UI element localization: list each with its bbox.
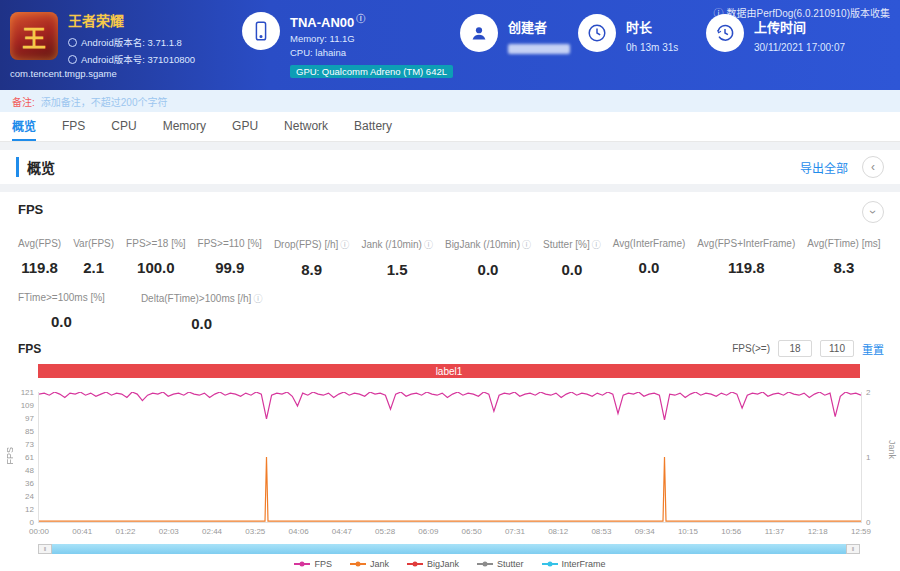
fps-line-chart[interactable] (39, 392, 861, 522)
metric-label: Avg(InterFrame) (613, 238, 686, 249)
tab-Battery[interactable]: Battery (354, 112, 392, 141)
y-tick-left: 61 (25, 453, 34, 462)
legend-label: Jank (370, 559, 389, 569)
x-tick: 09:34 (635, 527, 655, 536)
y-tick-left: 48 (25, 466, 34, 475)
chart-range-scrollbar[interactable]: ‖ ‖ (38, 544, 860, 554)
info-icon[interactable]: ⓘ (424, 240, 433, 250)
y-axis-title-jank: Jank (887, 440, 897, 459)
collapse-panel-button[interactable]: › (862, 201, 884, 223)
metric-label: Avg(FPS+InterFrame) (697, 238, 795, 249)
y-tick-right: 1 (866, 453, 870, 462)
duration-label: 时长 (626, 17, 678, 36)
y-tick-left: 85 (25, 427, 34, 436)
metric-label: Var(FPS) (73, 238, 114, 249)
metric-value: 119.8 (18, 259, 61, 276)
chart-title: FPS (18, 342, 41, 356)
y-tick-left: 36 (25, 479, 34, 488)
tab-概览[interactable]: 概览 (12, 112, 36, 141)
android-icon (68, 38, 77, 47)
metric: Delta(FTime)>100ms [/h]ⓘ0.0 (141, 292, 263, 332)
duration-section: 时长 0h 13m 31s (578, 14, 678, 53)
note-placeholder: 添加备注，不超过200个字符 (41, 94, 168, 109)
legend-label: FPS (314, 559, 332, 569)
legend-item-BigJank[interactable]: BigJank (407, 559, 459, 569)
chevron-down-icon: › (867, 210, 879, 214)
clock-icon (578, 14, 616, 52)
y-tick-left: 73 (25, 440, 34, 449)
collapse-left-button[interactable]: ‹ (862, 156, 884, 178)
x-tick: 10:56 (721, 527, 741, 536)
creator-label: 创建者 (508, 17, 570, 36)
fps-panel: FPS › Avg(FPS)119.8Var(FPS)2.1FPS>=18 [%… (0, 192, 900, 571)
x-tick: 08:12 (548, 527, 568, 536)
note-bar[interactable]: 备注: 添加备注，不超过200个字符 (0, 90, 900, 112)
metric-value: 119.8 (697, 259, 795, 276)
x-tick: 12:18 (808, 527, 828, 536)
chart-label-banner: label1 (38, 364, 860, 378)
device-section: TNA-AN00ⓘ Memory: 11.1G CPU: lahaina GPU… (242, 12, 453, 79)
info-icon[interactable]: ⓘ (522, 240, 531, 250)
legend-item-FPS[interactable]: FPS (294, 559, 332, 569)
metric-label: Avg(FPS) (18, 238, 61, 249)
tab-bar: 概览FPSCPUMemoryGPUNetworkBattery (0, 112, 900, 142)
metric-value: 0.0 (445, 261, 531, 278)
fps-metrics-row-1: Avg(FPS)119.8Var(FPS)2.1FPS>=18 [%]100.0… (18, 238, 892, 278)
metric-label: FPS>=110 [%] (198, 238, 262, 249)
info-icon[interactable]: ⓘ (340, 240, 349, 250)
fps-metrics-row-2: FTime>=100ms [%]0.0Delta(FTime)>100ms [/… (18, 292, 262, 332)
metric-label: BigJank (/10min)ⓘ (445, 238, 531, 251)
legend-marker (407, 563, 423, 565)
fps-threshold-label: FPS(>=) (732, 343, 770, 354)
x-tick: 00:00 (29, 527, 49, 536)
info-icon[interactable]: ⓘ (356, 14, 365, 24)
legend-item-Stutter[interactable]: Stutter (477, 559, 524, 569)
metric-value: 0.0 (141, 315, 263, 332)
scrollbar-track[interactable] (52, 544, 846, 554)
metric-value: 2.1 (73, 259, 114, 276)
metric: Jank (/10min)ⓘ1.5 (361, 238, 433, 278)
fps-threshold-high-input[interactable] (820, 340, 854, 357)
upload-time-value: 30/11/2021 17:00:07 (754, 42, 845, 53)
metric-value: 0.0 (613, 259, 686, 276)
metric-value: 99.9 (198, 259, 262, 276)
y-tick-left: 109 (21, 401, 34, 410)
x-tick: 02:44 (202, 527, 222, 536)
tab-GPU[interactable]: GPU (232, 112, 258, 141)
export-all-link[interactable]: 导出全部 (800, 159, 848, 176)
metric-label: FTime>=100ms [%] (18, 292, 105, 303)
metric-value: 0.0 (543, 261, 601, 278)
device-model: TNA-AN00ⓘ (290, 12, 453, 30)
metric: Stutter [%]ⓘ0.0 (543, 238, 601, 278)
tab-FPS[interactable]: FPS (62, 112, 85, 141)
metric-label: Delta(FTime)>100ms [/h]ⓘ (141, 292, 263, 305)
android-version-code-text: Android版本号: 371010800 (81, 52, 195, 66)
creator-section: 创建者 (460, 14, 570, 54)
tab-Network[interactable]: Network (284, 112, 328, 141)
x-tick: 06:50 (462, 527, 482, 536)
x-tick: 04:47 (332, 527, 352, 536)
x-tick: 07:31 (505, 527, 525, 536)
legend-marker (294, 563, 310, 565)
upload-clock-icon (706, 14, 744, 52)
y-tick-left: 0 (30, 518, 34, 527)
legend-item-InterFrame[interactable]: InterFrame (542, 559, 606, 569)
x-tick: 03:25 (245, 527, 265, 536)
reset-link[interactable]: 重置 (862, 341, 884, 357)
legend-item-Jank[interactable]: Jank (350, 559, 389, 569)
info-icon[interactable]: ⓘ (592, 240, 601, 250)
fps-threshold-low-input[interactable] (778, 340, 812, 357)
y-axis-title-fps: FPS (5, 447, 15, 465)
y-tick-left: 24 (25, 492, 34, 501)
metric: Avg(FTime) [ms]8.3 (807, 238, 880, 278)
scrollbar-right-handle[interactable]: ‖ (846, 544, 860, 554)
legend-label: Stutter (497, 559, 524, 569)
info-icon[interactable]: ⓘ (253, 294, 262, 304)
y-tick-left: 12 (25, 505, 34, 514)
y-tick-left: 121 (21, 388, 34, 397)
chart-legend: FPSJankBigJankStutterInterFrame (0, 559, 900, 569)
device-cpu: CPU: lahaina (290, 47, 453, 58)
scrollbar-left-handle[interactable]: ‖ (38, 544, 52, 554)
tab-Memory[interactable]: Memory (163, 112, 206, 141)
tab-CPU[interactable]: CPU (111, 112, 136, 141)
